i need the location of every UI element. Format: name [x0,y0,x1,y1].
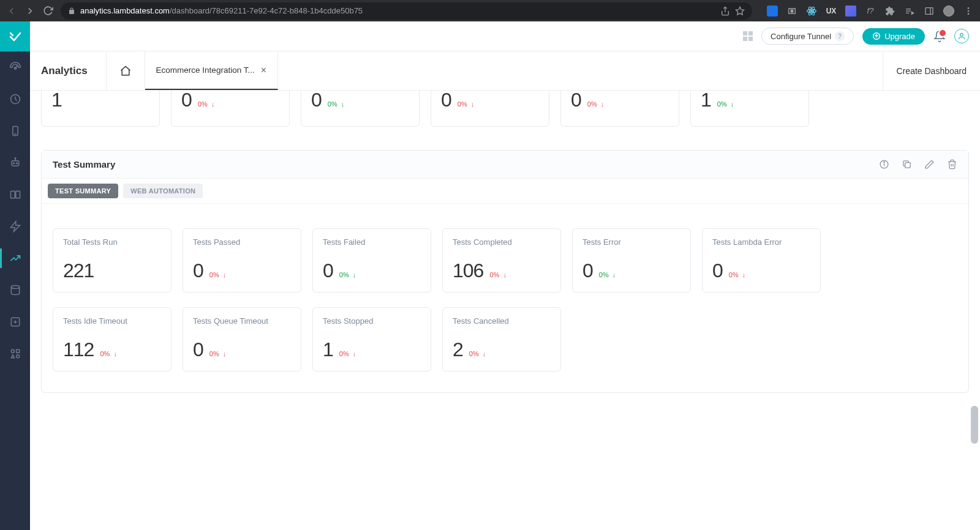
panel-icon[interactable] [924,6,935,17]
sidebar [0,21,30,530]
metric-card: Tests Failed00% ↓ [312,228,431,293]
svg-point-22 [13,163,14,164]
metric-label: Tests Completed [453,237,551,247]
svg-rect-26 [10,191,15,198]
metric-value: 0 [323,259,333,282]
profile-icon[interactable] [954,29,969,43]
metric-value: 112 [63,338,94,361]
edit-icon[interactable] [924,159,935,170]
svg-marker-10 [911,12,913,14]
svg-point-23 [16,163,17,164]
notifications-icon[interactable] [933,30,946,42]
metric-delta: 0% ↓ [729,271,746,278]
nav-more[interactable] [0,338,30,370]
tab-test-summary[interactable]: TEST SUMMARY [48,184,118,198]
metric-value: 0 [571,91,581,111]
ext-icon[interactable]: f? [865,6,876,17]
metric-label: Tests Queue Timeout [193,316,291,326]
nav-logs[interactable] [0,274,30,306]
reload-button[interactable] [43,6,53,16]
logo[interactable] [0,21,30,51]
extension-icons: UX f? [767,6,974,17]
scrollbar-thumb[interactable] [971,406,978,444]
test-summary-section: Test Summary TEST SUMMARY WEB AUTOMATION… [41,150,969,393]
close-tab-icon[interactable]: × [261,65,266,76]
ext-icon[interactable]: UX [826,6,837,17]
metric-label: Tests Stopped [323,316,421,326]
delete-icon[interactable] [947,159,957,170]
nav-dashboard[interactable] [0,51,30,83]
metric-value: 0 [441,91,451,111]
metric-delta: 0% ↓ [339,271,356,278]
content-area: 100% ↓00% ↓00% ↓00% ↓10% ↓ Test Summary … [30,91,980,530]
tabbar: Analytics Ecommerce Integration T...× Cr… [30,51,980,91]
info-icon[interactable] [879,159,889,170]
back-button[interactable] [6,6,17,17]
metrics-row-2: Tests Idle Timeout1120% ↓Tests Queue Tim… [53,307,957,371]
home-tab[interactable] [106,51,145,90]
metric-card: Tests Cancelled20% ↓ [442,307,561,371]
menu-icon[interactable] [963,6,974,17]
svg-rect-34 [16,349,19,353]
extensions-icon[interactable] [884,6,895,17]
metric-label: Tests Failed [323,237,421,247]
create-dashboard-button[interactable]: Create Dashboard [883,51,980,90]
nav-hyper[interactable] [0,211,30,242]
svg-rect-27 [15,191,20,198]
profile-avatar[interactable] [943,6,954,17]
url-bar[interactable]: analytics.lambdatest.com/dashboard/78c69… [61,2,752,20]
ext-icon[interactable] [845,6,856,17]
configure-tunnel-label: Configure Tunnel [771,32,831,41]
svg-point-14 [968,10,970,12]
svg-point-41 [884,162,884,162]
nav-add[interactable] [0,306,30,338]
dashboard-tab[interactable]: Ecommerce Integration T...× [145,51,278,90]
nav-realtime[interactable] [0,83,30,115]
metric-value: 2 [453,338,463,361]
apps-icon[interactable] [743,31,753,41]
metrics-row-1: Total Tests Run221Tests Passed00% ↓Tests… [53,228,957,293]
copy-icon[interactable] [902,159,912,170]
metric-card: 00% ↓ [301,91,420,127]
metric-card: Tests Stopped10% ↓ [312,307,431,371]
metric-value: 1 [51,91,62,111]
nav-automation[interactable] [0,147,30,179]
ext-icon[interactable] [806,6,817,17]
nav-compare[interactable] [0,179,30,211]
help-icon: ? [835,31,845,41]
upgrade-button[interactable]: Upgrade [862,28,925,45]
tab-label: Ecommerce Integration T... [156,65,255,75]
topbar: Configure Tunnel? Upgrade [30,21,980,51]
metric-delta: 0% ↓ [198,100,215,108]
metric-card: Tests Error00% ↓ [572,228,691,293]
metric-label: Total Tests Run [63,237,161,247]
star-icon[interactable] [735,6,745,16]
metric-delta: 0% ↓ [458,100,475,108]
tab-web-automation[interactable]: WEB AUTOMATION [123,184,203,198]
metric-delta: 0% ↓ [587,100,605,108]
svg-point-3 [811,10,813,12]
svg-point-2 [790,9,793,12]
metric-card: Tests Passed00% ↓ [183,228,301,293]
svg-point-15 [968,13,970,15]
page-title: Analytics [41,51,106,90]
ext-icon[interactable] [767,6,778,17]
metric-value: 0 [181,91,192,111]
nav-analytics[interactable] [0,242,30,274]
metric-card: Tests Completed1060% ↓ [442,228,561,293]
configure-tunnel-button[interactable]: Configure Tunnel? [761,28,854,45]
metric-label: Tests Passed [193,237,291,247]
nav-device[interactable] [0,115,30,147]
upgrade-label: Upgrade [884,32,915,41]
metric-value: 0 [712,259,723,282]
playlist-icon[interactable] [904,6,915,17]
forward-button[interactable] [24,6,36,17]
metric-delta: 0% ↓ [717,100,734,108]
ext-icon[interactable] [786,6,797,17]
section-title: Test Summary [53,159,115,170]
metric-value: 1 [323,338,333,361]
metric-value: 0 [193,259,203,282]
metric-label: Tests Lambda Error [712,237,810,247]
share-icon[interactable] [720,6,730,16]
svg-marker-28 [10,222,20,232]
